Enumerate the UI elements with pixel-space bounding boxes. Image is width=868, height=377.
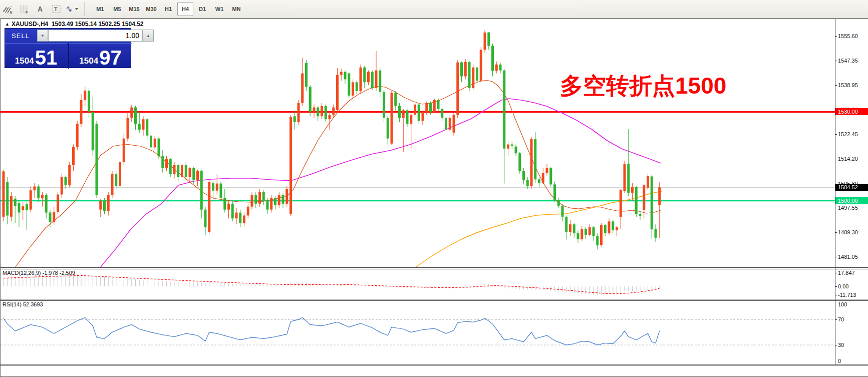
candle-body (468, 62, 471, 88)
candle-body (65, 177, 67, 186)
candle-body (658, 187, 661, 205)
chart-canvas[interactable] (1, 19, 868, 377)
candle-body (26, 204, 28, 210)
collapse-triangle-icon[interactable]: ▲ (5, 22, 10, 27)
macd-axis-tick (835, 286, 837, 287)
candle-body (189, 168, 191, 177)
candle-body (220, 184, 222, 198)
candle-body (647, 176, 649, 188)
quote-open: 1503.49 (52, 21, 73, 28)
price-axis-label: 1547.35 (838, 58, 858, 64)
candle-body (631, 187, 634, 193)
candle-body (99, 201, 102, 210)
sell-price-button[interactable]: 150451 (5, 43, 67, 69)
candle-body (138, 124, 141, 130)
candle-body (22, 206, 24, 210)
rsi-axis-label: 100 (838, 301, 847, 307)
candle-body (522, 171, 525, 180)
candle-body (499, 65, 502, 71)
candle-body (596, 236, 599, 245)
price-axis-label: 1522.45 (838, 131, 858, 137)
price-axis-tick (835, 134, 837, 135)
candle-body (185, 165, 187, 177)
volume-decrease-button[interactable]: ▼ (37, 30, 48, 42)
candle-body (581, 229, 583, 239)
candle-body (491, 46, 494, 71)
candle-body (270, 198, 272, 210)
timeframe-button-m15[interactable]: M15 (126, 2, 142, 16)
rsi-separator-2 (1, 300, 868, 301)
candle-body (414, 105, 416, 115)
ma-mid-line (101, 99, 661, 267)
candle-body (600, 225, 603, 245)
svg-text:T: T (54, 6, 58, 12)
candle-body (639, 214, 642, 216)
text-box-icon[interactable]: T (49, 2, 64, 16)
buy-button[interactable]: BUY (155, 32, 186, 40)
text-label-icon[interactable]: A (33, 2, 48, 16)
candle-body (589, 227, 591, 235)
candle-body (441, 109, 443, 118)
rsi-axis-tick (835, 300, 837, 301)
candle-body (387, 118, 389, 138)
price-axis-tick (835, 257, 837, 257)
grid-icon[interactable]: F (17, 2, 32, 16)
timeframe-button-m5[interactable]: M5 (109, 2, 125, 16)
chart-window[interactable]: ▲XAUUSD-,H4 1503.49 1505.14 1502.25 1504… (0, 19, 868, 377)
candle-body (196, 171, 199, 180)
candle-body (433, 100, 436, 112)
svg-text:E: E (10, 11, 13, 14)
candle-body (655, 229, 657, 238)
candle-body (200, 171, 203, 210)
candle-body (627, 164, 630, 193)
candle-body (534, 139, 536, 179)
timeframe-button-d1[interactable]: D1 (194, 2, 210, 16)
candle-body (375, 71, 378, 88)
quote-close: 1504.52 (122, 21, 143, 28)
candle-body (549, 168, 552, 185)
candle-body (92, 112, 94, 150)
timeframe-button-mn[interactable]: MN (228, 2, 244, 16)
text-box-icon-glyph: T (51, 4, 61, 14)
candle-body (402, 110, 405, 118)
candle-body (266, 201, 269, 210)
timeframe-button-m1[interactable]: M1 (92, 2, 108, 16)
volume-input[interactable] (48, 30, 143, 42)
candle-body (84, 91, 86, 100)
rsi-separator-1[interactable] (1, 299, 868, 299)
candle-body (429, 103, 432, 112)
timeframe-button-h1[interactable]: H1 (160, 2, 176, 16)
candle-body (546, 168, 548, 173)
candle-body (406, 110, 409, 124)
quote-low: 1502.25 (98, 21, 120, 28)
buy-price-button[interactable]: 150497 (68, 43, 132, 69)
candle-body (309, 87, 312, 112)
candle-body (305, 63, 308, 87)
sell-button[interactable]: SELL (5, 32, 36, 40)
candle-body (418, 105, 420, 121)
timeframe-button-h4[interactable]: H4 (177, 2, 193, 16)
candle-body (212, 183, 214, 190)
candle-body (61, 177, 63, 195)
candle-body (130, 108, 133, 118)
candle-body (111, 174, 114, 195)
candle-body (14, 199, 17, 206)
timeframe-button-m30[interactable]: M30 (143, 2, 159, 16)
candle-body (585, 229, 587, 235)
candle-body (526, 180, 529, 186)
indicators-icon[interactable]: E (1, 2, 16, 16)
candle-body (158, 139, 160, 156)
objects-icon[interactable] (65, 2, 81, 16)
candle-body (173, 165, 176, 174)
volume-increase-button[interactable]: ▲ (143, 30, 154, 42)
volume-stepper: ▼ ▲ (37, 30, 154, 42)
candle-body (511, 144, 513, 146)
candle-body (410, 115, 412, 124)
price-axis-label: 1489.30 (838, 229, 858, 235)
candle-body (608, 221, 611, 233)
candle-body (34, 186, 36, 190)
candle-body (262, 192, 265, 201)
macd-separator-1[interactable] (1, 267, 868, 268)
timeframe-button-w1[interactable]: W1 (211, 2, 227, 16)
price-axis-line[interactable] (835, 19, 835, 365)
